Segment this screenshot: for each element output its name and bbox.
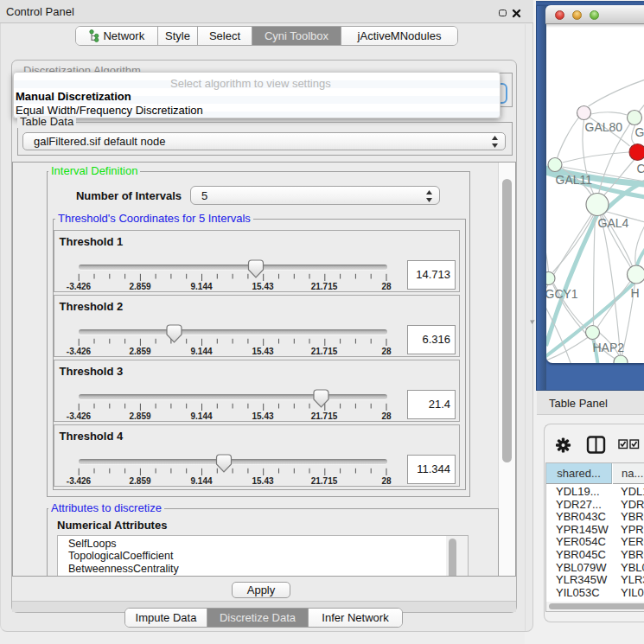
svg-text:GA: GA	[634, 125, 644, 139]
svg-text:GCY1: GCY1	[546, 287, 578, 301]
svg-text:H: H	[630, 286, 639, 300]
svg-text:HAP2: HAP2	[592, 341, 624, 354]
svg-text:GAL11: GAL11	[555, 173, 592, 187]
svg-text:GAL80: GAL80	[584, 120, 622, 134]
svg-text:GAL4: GAL4	[597, 216, 628, 230]
svg-text:C: C	[636, 162, 644, 175]
